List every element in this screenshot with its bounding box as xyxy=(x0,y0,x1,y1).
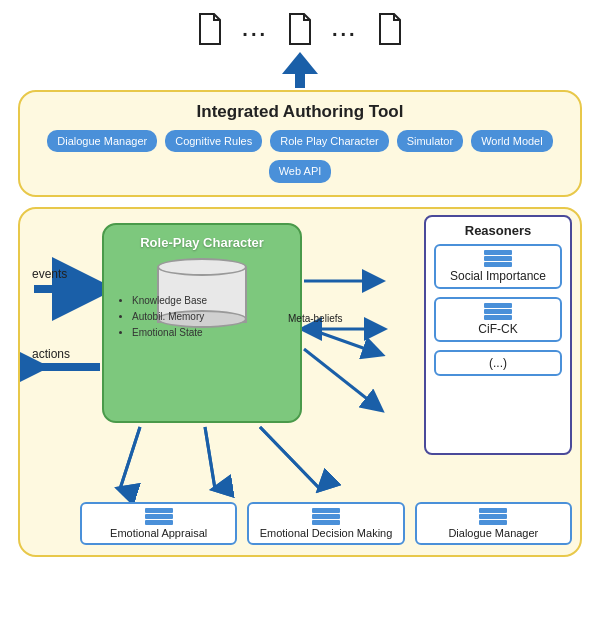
cif-ck-box: CiF-CK xyxy=(434,297,562,342)
actions-label: actions xyxy=(32,347,70,361)
svg-line-7 xyxy=(120,427,140,489)
doc-icon-2 xyxy=(286,12,314,46)
dots-separator-2: ... xyxy=(332,18,358,41)
ellipsis-box: (...) xyxy=(434,350,562,376)
dialogue-manager-label: Dialogue Manager xyxy=(448,527,538,539)
main-diagram: events actions Role-Play Character Knowl… xyxy=(18,207,582,557)
rack-icon-1 xyxy=(484,250,512,267)
top-icons-area: ... ... xyxy=(0,0,600,50)
svg-line-6 xyxy=(120,427,140,489)
dots-separator-1: ... xyxy=(242,18,268,41)
rack-icon-ea xyxy=(145,508,173,525)
social-importance-box: Social Importance xyxy=(434,244,562,289)
rpc-bullets: Knowledge Base Autobil. Memory Emotional… xyxy=(118,293,207,341)
bullet-autobil-memory: Autobil. Memory xyxy=(132,309,207,325)
iat-btn-cognitive-rules[interactable]: Cognitive Rules xyxy=(165,130,262,152)
reasoners-box: Reasoners Social Importance CiF-CK (...) xyxy=(424,215,572,455)
bullet-emotional-state: Emotional State xyxy=(132,325,207,341)
role-play-character-box: Role-Play Character Knowledge Base Autob… xyxy=(102,223,302,423)
events-label: events xyxy=(32,267,67,281)
upload-arrow xyxy=(0,52,600,88)
svg-line-9 xyxy=(205,427,215,489)
doc-icon-1 xyxy=(196,12,224,46)
emotional-appraisal-label: Emotional Appraisal xyxy=(110,527,207,539)
rpc-title: Role-Play Character xyxy=(140,235,264,250)
bullet-knowledge-base: Knowledge Base xyxy=(132,293,207,309)
emotional-decision-making-label: Emotional Decision Making xyxy=(260,527,393,539)
iat-btn-dialogue-manager[interactable]: Dialogue Manager xyxy=(47,130,157,152)
cylinder-top xyxy=(157,258,247,276)
social-importance-label: Social Importance xyxy=(450,269,546,283)
iat-btn-simulator[interactable]: Simulator xyxy=(397,130,463,152)
iat-btn-world-model[interactable]: World Model xyxy=(471,130,553,152)
emotional-appraisal-box: Emotional Appraisal xyxy=(80,502,237,545)
iat-btn-web-api[interactable]: Web API xyxy=(269,160,332,182)
iat-title: Integrated Authoring Tool xyxy=(32,102,568,122)
meta-beliefs-label: Meta-beliefs xyxy=(288,313,342,324)
rack-icon-2 xyxy=(484,303,512,320)
rack-icon-dm xyxy=(479,508,507,525)
reasoners-title: Reasoners xyxy=(434,223,562,238)
cif-ck-label: CiF-CK xyxy=(478,322,517,336)
emotional-decision-making-box: Emotional Decision Making xyxy=(247,502,404,545)
svg-line-11 xyxy=(260,427,320,489)
dialogue-manager-box: Dialogue Manager xyxy=(415,502,572,545)
bottom-boxes-area: Emotional Appraisal Emotional Decision M… xyxy=(80,502,572,545)
doc-icon-3 xyxy=(376,12,404,46)
iat-box: Integrated Authoring Tool Dialogue Manag… xyxy=(18,90,582,197)
iat-buttons: Dialogue Manager Cognitive Rules Role Pl… xyxy=(32,130,568,183)
iat-btn-role-play[interactable]: Role Play Character xyxy=(270,130,388,152)
svg-line-3 xyxy=(304,327,380,354)
ellipsis-label: (...) xyxy=(489,356,507,370)
rack-icon-edm xyxy=(312,508,340,525)
svg-line-10 xyxy=(260,427,320,489)
svg-line-4 xyxy=(304,349,380,409)
svg-line-8 xyxy=(205,427,215,489)
